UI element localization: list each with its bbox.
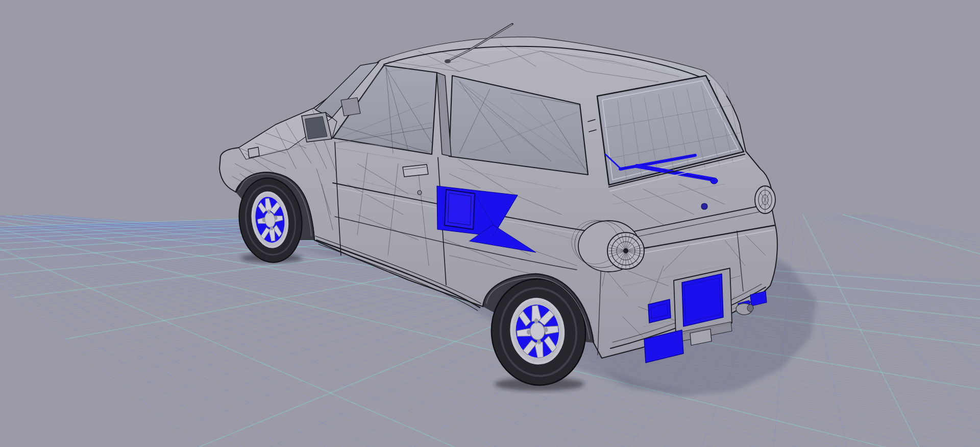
- far-mirror: [341, 98, 360, 116]
- 3d-viewport[interactable]: [0, 0, 980, 447]
- car-model[interactable]: [219, 24, 777, 391]
- tail-light-right[interactable]: [755, 186, 775, 214]
- scene-canvas: [0, 0, 980, 447]
- tailgate-lock[interactable]: [701, 203, 707, 209]
- keyhole: [418, 191, 422, 195]
- side-marker-lamp[interactable]: [248, 147, 259, 158]
